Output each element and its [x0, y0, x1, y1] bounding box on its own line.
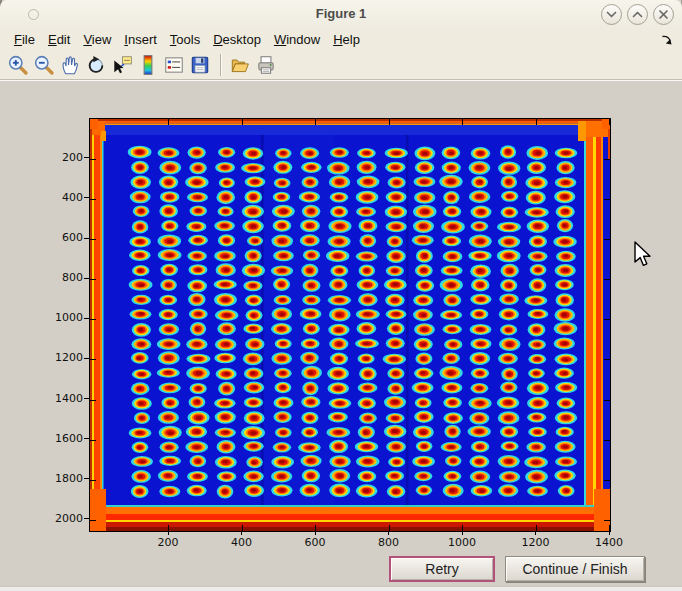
- y-tick-mark: [84, 478, 89, 479]
- print-icon[interactable]: [254, 53, 278, 77]
- menu-bar: FileEditViewInsertToolsDesktopWindowHelp: [0, 28, 682, 50]
- x-tick-mark: [462, 531, 463, 535]
- menu-desktop[interactable]: Desktop: [213, 32, 261, 47]
- menu-insert[interactable]: Insert: [124, 32, 157, 47]
- menu-file[interactable]: File: [14, 32, 35, 47]
- maximize-button[interactable]: [627, 4, 648, 25]
- x-tick-label: 1400: [587, 536, 631, 549]
- y-tick-label: 400: [33, 191, 83, 204]
- y-tick-mark: [84, 278, 89, 279]
- x-tick-label: 200: [146, 536, 190, 549]
- pan-hand-icon[interactable]: [58, 53, 82, 77]
- zoom-out-icon[interactable]: [32, 53, 56, 77]
- plot-axes: [89, 118, 611, 532]
- x-tick-label: 800: [367, 536, 411, 549]
- mouse-cursor-icon: [633, 241, 653, 269]
- rotate-3d-icon[interactable]: [84, 53, 108, 77]
- y-tick-mark: [84, 358, 89, 359]
- y-tick-label: 1200: [33, 351, 83, 364]
- menu-edit[interactable]: Edit: [48, 32, 70, 47]
- y-tick-mark: [84, 157, 89, 158]
- toolbar: [0, 50, 682, 80]
- window-titlebar: Figure 1: [0, 0, 682, 29]
- y-tick-mark: [84, 197, 89, 198]
- minimize-button[interactable]: [601, 4, 622, 25]
- y-tick-mark: [84, 398, 89, 399]
- x-tick-mark: [241, 531, 242, 535]
- toolbar-separator: [220, 54, 222, 76]
- y-tick-label: 1000: [33, 311, 83, 324]
- menu-window[interactable]: Window: [274, 32, 320, 47]
- y-tick-label: 1400: [33, 392, 83, 405]
- y-tick-mark: [84, 438, 89, 439]
- y-tick-label: 800: [33, 271, 83, 284]
- open-folder-icon[interactable]: [228, 53, 252, 77]
- chevron-down-icon: [602, 5, 621, 24]
- window-title: Figure 1: [0, 6, 682, 21]
- menu-view[interactable]: View: [83, 32, 111, 47]
- x-tick-mark: [168, 531, 169, 535]
- zoom-in-icon[interactable]: [6, 53, 30, 77]
- dock-arrow-icon[interactable]: [660, 33, 673, 49]
- x-icon: [654, 5, 673, 24]
- x-tick-label: 1000: [440, 536, 484, 549]
- x-tick-label: 600: [293, 536, 337, 549]
- insert-legend-icon[interactable]: [162, 53, 186, 77]
- continue-finish-button[interactable]: Continue / Finish: [505, 556, 645, 582]
- y-tick-label: 2000: [33, 512, 83, 525]
- x-tick-label: 1200: [514, 536, 558, 549]
- close-button[interactable]: [653, 4, 674, 25]
- save-icon[interactable]: [188, 53, 212, 77]
- colorbar-icon[interactable]: [136, 53, 160, 77]
- y-tick-mark: [84, 238, 89, 239]
- chevron-up-icon: [628, 5, 647, 24]
- x-tick-mark: [315, 531, 316, 535]
- x-tick-label: 400: [220, 536, 264, 549]
- figure-window: Figure 1 FileEditViewInsertToolsDesktopW…: [0, 0, 682, 591]
- window-bottom-edge: [0, 586, 682, 591]
- data-cursor-icon[interactable]: [110, 53, 134, 77]
- y-tick-label: 200: [33, 151, 83, 164]
- y-tick-mark: [84, 318, 89, 319]
- y-tick-label: 600: [33, 231, 83, 244]
- y-tick-mark: [84, 518, 89, 519]
- retry-button[interactable]: Retry: [389, 556, 495, 582]
- x-tick-mark: [535, 531, 536, 535]
- figure-canvas-area: [0, 80, 682, 587]
- heatmap-image[interactable]: [90, 119, 610, 531]
- menu-tools[interactable]: Tools: [170, 32, 200, 47]
- y-tick-label: 1600: [33, 432, 83, 445]
- menu-help[interactable]: Help: [333, 32, 360, 47]
- y-tick-label: 1800: [33, 472, 83, 485]
- x-tick-mark: [609, 531, 610, 535]
- x-tick-mark: [388, 531, 389, 535]
